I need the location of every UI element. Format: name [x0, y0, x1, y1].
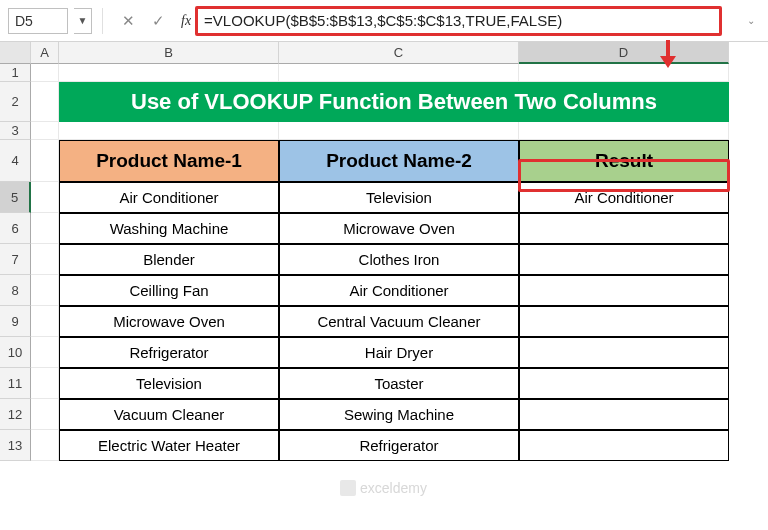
row-header-2[interactable]: 2	[0, 82, 31, 122]
name-box[interactable]: D5	[8, 8, 68, 34]
table-header-d[interactable]: Result	[519, 140, 729, 182]
row-header[interactable]: 6	[0, 213, 31, 244]
cell-c[interactable]: Sewing Machine	[279, 399, 519, 430]
cell[interactable]	[31, 244, 59, 275]
cell-c[interactable]: Microwave Oven	[279, 213, 519, 244]
cancel-icon[interactable]: ✕	[117, 10, 139, 32]
cell-d[interactable]	[519, 275, 729, 306]
cell[interactable]	[31, 430, 59, 461]
divider	[102, 8, 103, 34]
cell-c[interactable]: Toaster	[279, 368, 519, 399]
cell[interactable]	[31, 140, 59, 182]
table-row: 7BlenderClothes Iron	[0, 244, 768, 275]
table-row: 11TelevisionToaster	[0, 368, 768, 399]
table-row: 9Microwave OvenCentral Vacuum Cleaner	[0, 306, 768, 337]
cell[interactable]	[31, 213, 59, 244]
cell-b[interactable]: Vacuum Cleaner	[59, 399, 279, 430]
cell[interactable]	[59, 64, 279, 82]
cell[interactable]	[31, 399, 59, 430]
column-headers: A B C D	[0, 42, 768, 64]
row-2: 2 Use of VLOOKUP Function Between Two Co…	[0, 82, 768, 122]
cell-c[interactable]: Hair Dryer	[279, 337, 519, 368]
table-row: 12Vacuum CleanerSewing Machine	[0, 399, 768, 430]
row-4: 4 Product Name-1 Product Name-2 Result	[0, 140, 768, 182]
cell[interactable]	[31, 368, 59, 399]
formula-toolbar: D5 ▼ ✕ ✓ fx =VLOOKUP($B$5:$B$13,$C$5:$C$…	[0, 0, 768, 42]
row-header[interactable]: 5	[0, 182, 31, 213]
cell-b[interactable]: Blender	[59, 244, 279, 275]
cell[interactable]	[31, 122, 59, 140]
cell[interactable]	[59, 122, 279, 140]
select-all-corner[interactable]	[0, 42, 31, 64]
col-header-C[interactable]: C	[279, 42, 519, 64]
table-row: 13Electric Water HeaterRefrigerator	[0, 430, 768, 461]
row-header[interactable]: 9	[0, 306, 31, 337]
cell-d[interactable]	[519, 337, 729, 368]
row-1: 1	[0, 64, 768, 82]
cell[interactable]	[519, 64, 729, 82]
table-row: 10RefrigeratorHair Dryer	[0, 337, 768, 368]
watermark-logo	[340, 480, 356, 496]
row-header[interactable]: 13	[0, 430, 31, 461]
row-header[interactable]: 8	[0, 275, 31, 306]
cell[interactable]	[279, 64, 519, 82]
cell-b[interactable]: Electric Water Heater	[59, 430, 279, 461]
cell-d[interactable]	[519, 244, 729, 275]
name-box-dropdown[interactable]: ▼	[74, 8, 92, 34]
formula-bar[interactable]: =VLOOKUP($B$5:$B$13,$C$5:$C$13,TRUE,FALS…	[195, 6, 722, 36]
cell[interactable]	[31, 64, 59, 82]
row-header-4[interactable]: 4	[0, 140, 31, 182]
cell-c[interactable]: Television	[279, 182, 519, 213]
col-header-B[interactable]: B	[59, 42, 279, 64]
cell[interactable]	[31, 182, 59, 213]
cell[interactable]	[279, 122, 519, 140]
row-header[interactable]: 12	[0, 399, 31, 430]
cell-b[interactable]: Washing Machine	[59, 213, 279, 244]
callout-arrow-head	[660, 56, 676, 68]
row-header[interactable]: 11	[0, 368, 31, 399]
cell-c[interactable]: Central Vacuum Cleaner	[279, 306, 519, 337]
cell[interactable]	[31, 306, 59, 337]
cell-d[interactable]	[519, 213, 729, 244]
col-header-D[interactable]: D	[519, 42, 729, 64]
cell-b[interactable]: Microwave Oven	[59, 306, 279, 337]
cell-d[interactable]	[519, 368, 729, 399]
row-header[interactable]: 10	[0, 337, 31, 368]
spreadsheet-grid: A B C D 1 2 Use of VLOOKUP Function Betw…	[0, 42, 768, 461]
enter-icon[interactable]: ✓	[147, 10, 169, 32]
cell-b[interactable]: Television	[59, 368, 279, 399]
table-header-b[interactable]: Product Name-1	[59, 140, 279, 182]
cell[interactable]	[31, 275, 59, 306]
cell-c[interactable]: Refrigerator	[279, 430, 519, 461]
col-header-A[interactable]: A	[31, 42, 59, 64]
table-row: 8Ceilling FanAir Conditioner	[0, 275, 768, 306]
cell[interactable]	[31, 337, 59, 368]
watermark: exceldemy	[340, 480, 427, 496]
cell-c[interactable]: Clothes Iron	[279, 244, 519, 275]
row-header-3[interactable]: 3	[0, 122, 31, 140]
cell[interactable]	[519, 122, 729, 140]
watermark-text: exceldemy	[360, 480, 427, 496]
cell-d[interactable]: Air Conditioner	[519, 182, 729, 213]
row-3: 3	[0, 122, 768, 140]
cell[interactable]	[31, 82, 59, 122]
table-header-c[interactable]: Product Name-2	[279, 140, 519, 182]
table-row: 6Washing MachineMicrowave Oven	[0, 213, 768, 244]
cell-d[interactable]	[519, 306, 729, 337]
cell-d[interactable]	[519, 399, 729, 430]
table-row: 5Air ConditionerTelevisionAir Conditione…	[0, 182, 768, 213]
cell-d[interactable]	[519, 430, 729, 461]
formula-bar-expand[interactable]: ⌄	[742, 8, 760, 34]
fx-icon[interactable]: fx	[181, 13, 191, 29]
cell-c[interactable]: Air Conditioner	[279, 275, 519, 306]
cell-b[interactable]: Air Conditioner	[59, 182, 279, 213]
row-header-1[interactable]: 1	[0, 64, 31, 82]
row-header[interactable]: 7	[0, 244, 31, 275]
cell-b[interactable]: Refrigerator	[59, 337, 279, 368]
cell-b[interactable]: Ceilling Fan	[59, 275, 279, 306]
title-cell[interactable]: Use of VLOOKUP Function Between Two Colu…	[59, 82, 729, 122]
